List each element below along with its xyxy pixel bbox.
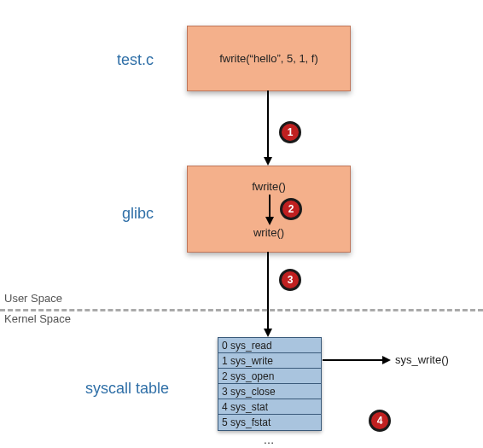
label-syscall-table: syscall table: [75, 380, 169, 398]
label-glibc: glibc: [114, 205, 154, 223]
table-row: 5 sys_fstat: [218, 415, 321, 430]
arrow-1-head: [264, 157, 272, 166]
table-row: 1 sys_write: [218, 353, 321, 369]
glibc-line1: fwrite(): [188, 180, 350, 193]
box-glibc: fwrite() write() 2: [187, 166, 351, 253]
arrow-2-head: [265, 217, 274, 225]
table-row: 2 sys_open: [218, 369, 321, 384]
label-testc: test.c: [102, 51, 154, 69]
badge-2: 2: [280, 198, 302, 220]
box-testc-text: fwrite(“hello”, 5, 1, f): [219, 52, 318, 65]
syscall-table: 0 sys_read 1 sys_write 2 sys_open 3 sys_…: [218, 337, 322, 431]
diagram-canvas: test.c glibc syscall table fwrite(“hello…: [0, 0, 483, 448]
badge-4: 4: [369, 410, 391, 432]
arrow-2-line: [269, 195, 271, 218]
space-divider: [0, 309, 483, 311]
table-row: 3 sys_close: [218, 384, 321, 399]
glibc-line2: write(): [188, 226, 350, 239]
arrow-syswrite-line: [323, 359, 382, 361]
box-testc: fwrite(“hello”, 5, 1, f): [187, 26, 351, 91]
arrow-1-line: [267, 90, 269, 157]
arrow-3-head: [264, 329, 272, 337]
table-ellipsis: …: [260, 433, 277, 446]
table-row: 0 sys_read: [218, 338, 321, 353]
badge-1: 1: [279, 121, 301, 143]
label-user-space: User Space: [4, 292, 62, 305]
badge-3: 3: [279, 269, 301, 291]
arrow-syswrite-head: [382, 356, 391, 364]
arrow-3-line: [267, 252, 269, 329]
table-row: 4 sys_stat: [218, 399, 321, 415]
syscall-target: sys_write(): [395, 353, 449, 366]
label-kernel-space: Kernel Space: [4, 312, 71, 325]
